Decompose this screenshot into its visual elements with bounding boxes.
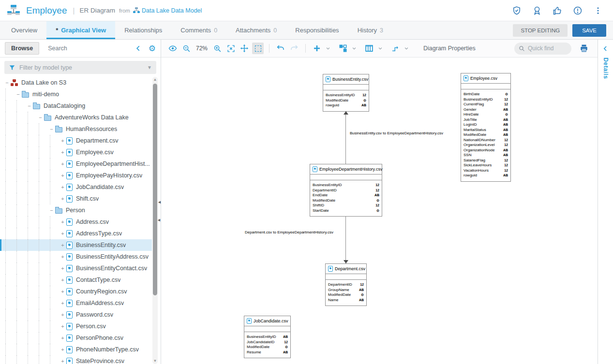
auto-layout-chevron-icon[interactable] bbox=[351, 43, 358, 54]
expand-node-icon[interactable]: + bbox=[59, 358, 66, 364]
attribute-row-organizationnode[interactable]: OrganizationNodeAB bbox=[463, 148, 508, 153]
entity-employee-csv[interactable]: Employee.csvBirthDate⊙BusinessEntityID12… bbox=[461, 73, 511, 182]
expand-node-icon[interactable]: + bbox=[59, 254, 66, 260]
attribute-row-organizationlevel[interactable]: OrganizationLevel12 bbox=[463, 143, 508, 148]
fit-to-screen-icon[interactable] bbox=[225, 43, 237, 54]
tree-item-password-csv[interactable]: +Password.csv bbox=[0, 309, 152, 320]
entity-businessentity-csv[interactable]: BusinessEntity.csvBusinessEntityID12Modi… bbox=[323, 74, 369, 112]
attribute-row-departmentid[interactable]: DepartmentID12 bbox=[328, 282, 364, 288]
entity-header[interactable]: JobCandidate.csv bbox=[244, 316, 290, 326]
tree-item-phonenumbertype-csv[interactable]: +PhoneNumberType.csv bbox=[0, 344, 152, 355]
stop-editing-button[interactable]: STOP EDITING bbox=[513, 24, 568, 37]
zoom-in-icon[interactable] bbox=[211, 43, 223, 54]
expand-node-icon[interactable]: + bbox=[59, 219, 66, 225]
expand-node-icon[interactable]: + bbox=[59, 231, 66, 236]
tree-item-employee-csv[interactable]: +Employee.csv bbox=[0, 146, 152, 158]
tree-item-employeedepartmenthist[interactable]: +EmployeeDepartmentHist... bbox=[0, 158, 152, 170]
zoom-level[interactable]: 72% bbox=[194, 45, 209, 52]
filter-by-model-type-dropdown[interactable]: Filter by model type ▼ bbox=[4, 61, 156, 74]
entity-department-csv[interactable]: Department.csvDepartmentID12GroupNameABM… bbox=[325, 263, 367, 306]
collapse-node-icon[interactable]: − bbox=[37, 115, 44, 120]
quick-find-input[interactable] bbox=[528, 45, 567, 52]
tree-scrollbar-thumb[interactable] bbox=[153, 84, 157, 295]
gear-icon[interactable]: ⚙ bbox=[149, 44, 156, 53]
attribute-row-modifieddate[interactable]: ModifiedDate⊙ bbox=[247, 345, 288, 350]
tree-item-businessentitycontact-csv[interactable]: +BusinessEntityContact.csv bbox=[0, 262, 152, 274]
connector-style-chevron-icon[interactable] bbox=[403, 43, 410, 54]
attribute-row-rowguid[interactable]: rowguidAB bbox=[326, 103, 366, 108]
attribute-row-salariedflag[interactable]: SalariedFlag12 bbox=[463, 158, 508, 163]
expand-details-chevron-icon[interactable] bbox=[602, 45, 609, 52]
entity-header[interactable]: BusinessEntity.csv bbox=[323, 74, 369, 85]
thumbs-up-icon[interactable] bbox=[552, 5, 563, 16]
kebab-menu-icon[interactable] bbox=[593, 5, 603, 16]
model-link[interactable]: Data Lake Data Model bbox=[142, 7, 202, 14]
collapse-panel-chevron-icon[interactable] bbox=[135, 45, 142, 52]
search-tab[interactable]: Search bbox=[41, 43, 74, 54]
expand-node-icon[interactable]: + bbox=[59, 323, 66, 329]
tree-item-address-csv[interactable]: +Address.csv bbox=[0, 216, 152, 228]
attribute-row-name[interactable]: NameAB bbox=[328, 298, 364, 303]
collapse-node-icon[interactable]: − bbox=[26, 103, 33, 109]
pan-move-icon[interactable] bbox=[239, 43, 250, 54]
attribute-row-modifieddate[interactable]: ModifiedDate⊙ bbox=[328, 292, 364, 298]
collapse-node-icon[interactable]: − bbox=[15, 91, 22, 97]
attribute-row-ssn[interactable]: SSNAB bbox=[463, 153, 508, 158]
tree-item-miti-demo[interactable]: −miti-demo bbox=[0, 88, 152, 100]
er-diagram-canvas[interactable]: BusinessEntity.csvBusinessEntityID12Modi… bbox=[161, 58, 598, 364]
entity-jobcandidate-csv[interactable]: JobCandidate.csvBusinessEntityIDABJobCan… bbox=[244, 316, 291, 358]
expand-node-icon[interactable]: + bbox=[59, 149, 66, 155]
attribute-row-modifieddate[interactable]: ModifiedDate⊙ bbox=[326, 98, 366, 103]
scroll-up-icon[interactable]: ▲ bbox=[152, 77, 158, 83]
tree-item-adventureworks-data-lake[interactable]: −AdventureWorks Data Lake bbox=[0, 112, 152, 123]
tree-item-data-lake-on-s3[interactable]: −Data Lake on S3 bbox=[0, 77, 152, 88]
expand-node-icon[interactable]: + bbox=[59, 347, 66, 352]
add-entity-icon[interactable] bbox=[311, 43, 323, 54]
attribute-row-businessentityid[interactable]: BusinessEntityIDAB bbox=[247, 335, 288, 340]
quick-find-box[interactable] bbox=[514, 43, 571, 55]
attribute-row-vacationhours[interactable]: VacationHours12 bbox=[463, 168, 508, 174]
display-columns-icon[interactable] bbox=[363, 43, 375, 54]
attribute-row-modifieddate[interactable]: ModifiedDate⊙ bbox=[313, 198, 379, 204]
tree-item-person[interactable]: −Person bbox=[0, 204, 152, 216]
attribute-row-businessentityid[interactable]: BusinessEntityID12 bbox=[326, 93, 366, 98]
relationship-line[interactable] bbox=[345, 216, 346, 263]
undo-icon[interactable] bbox=[275, 43, 286, 54]
tree-item-datacataloging[interactable]: −DataCataloging bbox=[0, 100, 152, 112]
tab-history[interactable]: History3 bbox=[348, 21, 392, 39]
relationship-line[interactable] bbox=[345, 111, 346, 164]
attribute-row-nationalidnumber[interactable]: NationalIDNumber12 bbox=[463, 138, 508, 143]
marquee-select-icon[interactable] bbox=[252, 43, 264, 54]
collapse-node-icon[interactable]: − bbox=[3, 80, 11, 86]
tree-item-department-csv[interactable]: +Department.csv bbox=[0, 135, 152, 146]
diagram-properties-label[interactable]: Diagram Properties bbox=[423, 45, 476, 52]
attribute-row-birthdate[interactable]: BirthDate⊙ bbox=[463, 92, 508, 97]
expand-node-icon[interactable]: + bbox=[59, 138, 66, 144]
tree-item-shift-csv[interactable]: +Shift.csv bbox=[0, 193, 152, 204]
relationship-label[interactable]: BusinessEntity.csv to EmployeeDepartment… bbox=[349, 131, 444, 135]
tree-item-countryregion-csv[interactable]: +CountryRegion.csv bbox=[0, 286, 152, 297]
tree-item-employeepayhistory-csv[interactable]: +EmployeePayHistory.csv bbox=[0, 170, 152, 181]
tree-item-businessentityaddress-csv[interactable]: +BusinessEntityAddress.csv bbox=[0, 251, 152, 262]
tree-item-personphone-csv[interactable]: +PersonPhone.csv bbox=[0, 332, 152, 344]
expand-node-icon[interactable]: + bbox=[59, 196, 66, 202]
print-icon[interactable] bbox=[578, 43, 590, 54]
attribute-row-shiftid[interactable]: ShiftID12 bbox=[313, 203, 379, 208]
tree-item-stateprovince-csv[interactable]: +StateProvince.csv bbox=[0, 355, 152, 364]
attribute-row-hiredate[interactable]: HireDate⊙ bbox=[463, 112, 508, 117]
zoom-out-icon[interactable] bbox=[180, 43, 192, 54]
tab-graphical-view[interactable]: *Graphical View bbox=[46, 21, 115, 39]
expand-node-icon[interactable]: + bbox=[59, 242, 66, 248]
expand-node-icon[interactable]: + bbox=[59, 184, 66, 190]
attribute-row-modifieddate[interactable]: ModifiedDateAB bbox=[463, 132, 508, 138]
tab-comments[interactable]: Comments0 bbox=[171, 21, 226, 39]
tree-item-person-csv[interactable]: +Person.csv bbox=[0, 320, 152, 332]
attribute-row-loginid[interactable]: LoginIDAB bbox=[463, 122, 508, 128]
tree-item-businessentity-csv[interactable]: +BusinessEntity.csv bbox=[0, 239, 152, 251]
entity-header[interactable]: Department.csv bbox=[326, 264, 366, 274]
attribute-row-jobcandidateid[interactable]: JobCandidateID12 bbox=[247, 340, 288, 345]
tree-item-contacttype-csv[interactable]: +ContactType.csv bbox=[0, 274, 152, 286]
entity-employeedepartmenthistory-csv[interactable]: EmployeeDepartmentHistory.csvBusinessEnt… bbox=[310, 164, 382, 217]
attribute-row-sickleavehours[interactable]: SickLeaveHours12 bbox=[463, 163, 508, 168]
collapse-node-icon[interactable]: − bbox=[48, 207, 55, 213]
